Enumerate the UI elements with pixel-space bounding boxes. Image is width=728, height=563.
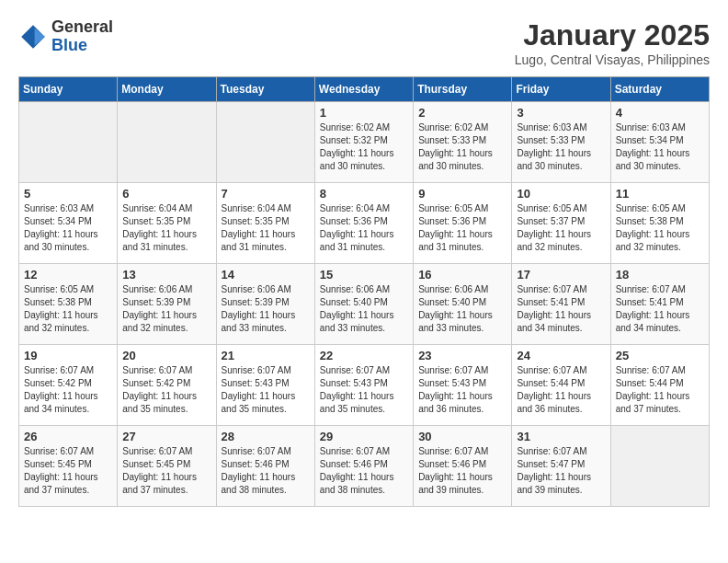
day-number: 24 (517, 349, 605, 362)
table-row: 5Sunrise: 6:03 AMSunset: 5:34 PMDaylight… (19, 183, 118, 264)
table-row: 18Sunrise: 6:07 AMSunset: 5:41 PMDayligh… (610, 264, 709, 345)
header-wednesday: Wednesday (314, 77, 413, 102)
day-info: Sunrise: 6:07 AMSunset: 5:45 PMDaylight:… (24, 445, 112, 497)
table-row: 17Sunrise: 6:07 AMSunset: 5:41 PMDayligh… (512, 264, 610, 345)
table-row: 8Sunrise: 6:04 AMSunset: 5:36 PMDaylight… (314, 183, 413, 264)
day-info: Sunrise: 6:07 AMSunset: 5:44 PMDaylight:… (616, 364, 704, 416)
table-row: 24Sunrise: 6:07 AMSunset: 5:44 PMDayligh… (512, 345, 610, 426)
calendar-table: Sunday Monday Tuesday Wednesday Thursday… (18, 76, 710, 507)
day-number: 14 (222, 268, 310, 282)
day-info: Sunrise: 6:05 AMSunset: 5:38 PMDaylight:… (616, 202, 704, 254)
table-row: 29Sunrise: 6:07 AMSunset: 5:46 PMDayligh… (314, 426, 413, 507)
day-info: Sunrise: 6:05 AMSunset: 5:37 PMDaylight:… (517, 202, 605, 254)
day-number: 25 (616, 349, 704, 362)
day-number: 15 (320, 268, 408, 282)
calendar-week-row: 26Sunrise: 6:07 AMSunset: 5:45 PMDayligh… (19, 426, 710, 507)
day-number: 3 (517, 106, 605, 120)
day-info: Sunrise: 6:04 AMSunset: 5:36 PMDaylight:… (320, 202, 408, 254)
table-row: 9Sunrise: 6:05 AMSunset: 5:36 PMDaylight… (414, 183, 512, 264)
day-number: 30 (418, 430, 506, 443)
day-number: 19 (24, 349, 112, 362)
day-info: Sunrise: 6:04 AMSunset: 5:35 PMDaylight:… (222, 202, 310, 254)
day-number: 7 (222, 187, 310, 201)
day-info: Sunrise: 6:07 AMSunset: 5:42 PMDaylight:… (24, 364, 112, 416)
location-title: Lugo, Central Visayas, Philippines (515, 52, 710, 67)
day-info: Sunrise: 6:05 AMSunset: 5:36 PMDaylight:… (418, 202, 506, 254)
calendar-week-row: 12Sunrise: 6:05 AMSunset: 5:38 PMDayligh… (19, 264, 710, 345)
day-info: Sunrise: 6:07 AMSunset: 5:41 PMDaylight:… (616, 283, 704, 335)
header-friday: Friday (512, 77, 610, 102)
day-info: Sunrise: 6:06 AMSunset: 5:40 PMDaylight:… (320, 283, 408, 335)
day-info: Sunrise: 6:07 AMSunset: 5:47 PMDaylight:… (517, 445, 605, 497)
header-saturday: Saturday (610, 77, 709, 102)
day-info: Sunrise: 6:06 AMSunset: 5:40 PMDaylight:… (418, 283, 506, 335)
logo: General Blue (18, 18, 113, 55)
logo-icon (18, 22, 48, 52)
day-number: 20 (122, 349, 210, 362)
table-row (216, 102, 314, 183)
table-row: 15Sunrise: 6:06 AMSunset: 5:40 PMDayligh… (314, 264, 413, 345)
table-row: 10Sunrise: 6:05 AMSunset: 5:37 PMDayligh… (512, 183, 610, 264)
table-row: 19Sunrise: 6:07 AMSunset: 5:42 PMDayligh… (19, 345, 118, 426)
day-info: Sunrise: 6:07 AMSunset: 5:44 PMDaylight:… (517, 364, 605, 416)
table-row: 31Sunrise: 6:07 AMSunset: 5:47 PMDayligh… (512, 426, 610, 507)
table-row: 13Sunrise: 6:06 AMSunset: 5:39 PMDayligh… (118, 264, 216, 345)
day-number: 9 (418, 187, 506, 201)
day-info: Sunrise: 6:03 AMSunset: 5:34 PMDaylight:… (24, 202, 112, 254)
day-number: 10 (517, 187, 605, 201)
day-number: 11 (616, 187, 704, 201)
table-row: 28Sunrise: 6:07 AMSunset: 5:46 PMDayligh… (216, 426, 314, 507)
table-row: 25Sunrise: 6:07 AMSunset: 5:44 PMDayligh… (610, 345, 709, 426)
day-info: Sunrise: 6:04 AMSunset: 5:35 PMDaylight:… (122, 202, 210, 254)
day-number: 17 (517, 268, 605, 282)
table-row (19, 102, 118, 183)
day-number: 13 (122, 268, 210, 282)
table-row: 3Sunrise: 6:03 AMSunset: 5:33 PMDaylight… (512, 102, 610, 183)
table-row: 7Sunrise: 6:04 AMSunset: 5:35 PMDaylight… (216, 183, 314, 264)
table-row (118, 102, 216, 183)
header-tuesday: Tuesday (216, 77, 314, 102)
calendar-week-row: 19Sunrise: 6:07 AMSunset: 5:42 PMDayligh… (19, 345, 710, 426)
day-number: 12 (24, 268, 112, 282)
day-number: 18 (616, 268, 704, 282)
day-info: Sunrise: 6:02 AMSunset: 5:33 PMDaylight:… (418, 121, 506, 173)
day-number: 31 (517, 430, 605, 443)
table-row: 23Sunrise: 6:07 AMSunset: 5:43 PMDayligh… (414, 345, 512, 426)
header-sunday: Sunday (19, 77, 118, 102)
table-row: 20Sunrise: 6:07 AMSunset: 5:42 PMDayligh… (118, 345, 216, 426)
month-title: January 2025 (515, 18, 710, 52)
day-info: Sunrise: 6:07 AMSunset: 5:42 PMDaylight:… (122, 364, 210, 416)
logo-line1: General (51, 18, 113, 37)
table-row: 16Sunrise: 6:06 AMSunset: 5:40 PMDayligh… (414, 264, 512, 345)
day-info: Sunrise: 6:07 AMSunset: 5:43 PMDaylight:… (418, 364, 506, 416)
table-row: 22Sunrise: 6:07 AMSunset: 5:43 PMDayligh… (314, 345, 413, 426)
day-info: Sunrise: 6:07 AMSunset: 5:46 PMDaylight:… (222, 445, 310, 497)
day-number: 4 (616, 106, 704, 120)
calendar-week-row: 5Sunrise: 6:03 AMSunset: 5:34 PMDaylight… (19, 183, 710, 264)
header-thursday: Thursday (414, 77, 512, 102)
day-number: 2 (418, 106, 506, 120)
table-row: 27Sunrise: 6:07 AMSunset: 5:45 PMDayligh… (118, 426, 216, 507)
day-number: 27 (122, 430, 210, 443)
day-number: 28 (222, 430, 310, 443)
day-number: 1 (320, 106, 408, 120)
day-number: 26 (24, 430, 112, 443)
table-row: 2Sunrise: 6:02 AMSunset: 5:33 PMDaylight… (414, 102, 512, 183)
day-number: 8 (320, 187, 408, 201)
day-info: Sunrise: 6:07 AMSunset: 5:43 PMDaylight:… (320, 364, 408, 416)
calendar-header-row: Sunday Monday Tuesday Wednesday Thursday… (19, 77, 710, 102)
logo-line2: Blue (51, 37, 113, 55)
table-row: 21Sunrise: 6:07 AMSunset: 5:43 PMDayligh… (216, 345, 314, 426)
day-number: 6 (122, 187, 210, 201)
table-row: 4Sunrise: 6:03 AMSunset: 5:34 PMDaylight… (610, 102, 709, 183)
day-info: Sunrise: 6:07 AMSunset: 5:41 PMDaylight:… (517, 283, 605, 335)
day-number: 5 (24, 187, 112, 201)
table-row: 30Sunrise: 6:07 AMSunset: 5:46 PMDayligh… (414, 426, 512, 507)
page-header: General Blue January 2025 Lugo, Central … (18, 18, 710, 67)
day-info: Sunrise: 6:07 AMSunset: 5:45 PMDaylight:… (122, 445, 210, 497)
day-info: Sunrise: 6:07 AMSunset: 5:46 PMDaylight:… (320, 445, 408, 497)
calendar-week-row: 1Sunrise: 6:02 AMSunset: 5:32 PMDaylight… (19, 102, 710, 183)
table-row: 12Sunrise: 6:05 AMSunset: 5:38 PMDayligh… (19, 264, 118, 345)
table-row: 1Sunrise: 6:02 AMSunset: 5:32 PMDaylight… (314, 102, 413, 183)
table-row: 11Sunrise: 6:05 AMSunset: 5:38 PMDayligh… (610, 183, 709, 264)
